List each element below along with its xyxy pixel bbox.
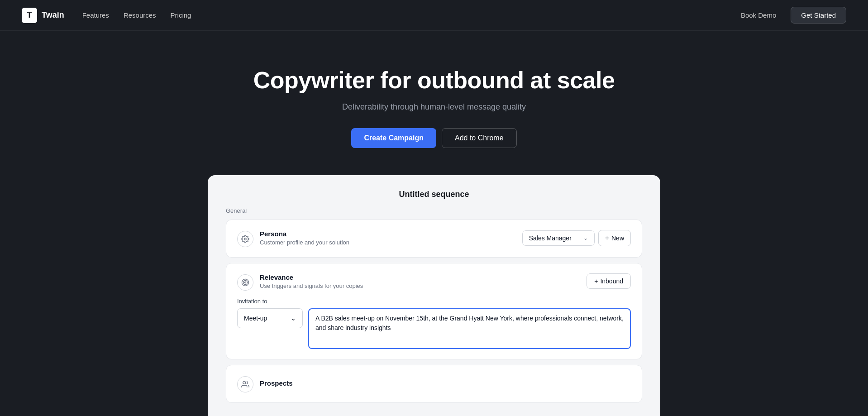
nav-pricing[interactable]: Pricing <box>171 11 191 19</box>
get-started-button[interactable]: Get Started <box>791 7 846 24</box>
invitation-row: Meet-up ⌄ A B2B sales meet-up on Novembe… <box>237 308 631 349</box>
gear-icon <box>241 235 249 243</box>
users-icon <box>241 380 249 388</box>
nav-links: Features Resources Pricing <box>82 11 191 19</box>
svg-point-0 <box>244 238 247 240</box>
persona-text-block: Persona Customer profile and your soluti… <box>260 230 349 246</box>
persona-card-header: Persona Customer profile and your soluti… <box>237 230 631 247</box>
persona-description: Customer profile and your solution <box>260 239 349 246</box>
prospects-title: Prospects <box>260 379 293 387</box>
plus-icon-relevance: + <box>594 277 598 285</box>
nav-features[interactable]: Features <box>82 11 109 19</box>
persona-dropdown-value: Sales Manager <box>529 234 572 242</box>
prospects-text-block: Prospects <box>260 379 293 388</box>
navbar: T Twain Features Resources Pricing Book … <box>0 0 868 31</box>
meetup-dropdown[interactable]: Meet-up ⌄ <box>237 308 303 328</box>
relevance-title: Relevance <box>260 273 363 281</box>
general-label: General <box>226 207 642 214</box>
nav-resources[interactable]: Resources <box>124 11 156 19</box>
create-campaign-button[interactable]: Create Campaign <box>351 128 436 148</box>
panel-wrapper: Untitled sequence General Persona Custom… <box>0 175 868 416</box>
relevance-description: Use triggers and signals for your copies <box>260 282 363 289</box>
prospects-card: Prospects <box>226 365 642 403</box>
relevance-icon <box>237 274 253 291</box>
svg-point-1 <box>242 279 249 286</box>
persona-card: Persona Customer profile and your soluti… <box>226 220 642 258</box>
svg-point-3 <box>245 282 246 283</box>
new-label: New <box>611 234 624 242</box>
relevance-card-icon-title: Relevance Use triggers and signals for y… <box>237 273 363 291</box>
panel-title: Untitled sequence <box>226 190 642 199</box>
relevance-text-block: Relevance Use triggers and signals for y… <box>260 273 363 289</box>
persona-actions: Sales Manager ⌄ + New <box>522 230 631 246</box>
hero-buttons: Create Campaign Add to Chrome <box>351 128 516 148</box>
svg-point-2 <box>243 280 248 284</box>
hero-subtitle: Deliverability through human-level messa… <box>342 102 526 112</box>
chevron-down-icon-meetup: ⌄ <box>291 315 296 322</box>
persona-icon <box>237 231 253 247</box>
meetup-value: Meet-up <box>244 315 267 322</box>
logo[interactable]: T Twain <box>22 8 64 23</box>
inbound-label: Inbound <box>600 277 623 285</box>
svg-point-4 <box>243 381 246 384</box>
chevron-down-icon: ⌄ <box>583 235 588 241</box>
nav-right: Book Demo Get Started <box>734 7 846 24</box>
book-demo-button[interactable]: Book Demo <box>734 8 783 23</box>
relevance-card: Relevance Use triggers and signals for y… <box>226 263 642 359</box>
invitation-label: Invitation to <box>237 298 631 305</box>
persona-dropdown[interactable]: Sales Manager ⌄ <box>522 230 595 246</box>
hero-section: Copywriter for outbound at scale Deliver… <box>0 31 868 175</box>
target-icon <box>241 278 249 287</box>
sequence-panel: Untitled sequence General Persona Custom… <box>208 175 660 416</box>
logo-icon: T <box>22 8 37 23</box>
nav-left: T Twain Features Resources Pricing <box>22 8 191 23</box>
prospects-icon <box>237 376 253 392</box>
invitation-textarea[interactable]: A B2B sales meet-up on November 15th, at… <box>308 308 631 349</box>
inbound-button[interactable]: + Inbound <box>587 273 631 289</box>
persona-card-icon-title: Persona Customer profile and your soluti… <box>237 230 349 247</box>
new-persona-button[interactable]: + New <box>598 230 631 246</box>
add-to-chrome-button[interactable]: Add to Chrome <box>442 128 517 148</box>
invitation-section: Invitation to Meet-up ⌄ A B2B sales meet… <box>237 298 631 349</box>
persona-title: Persona <box>260 230 349 238</box>
logo-name: Twain <box>42 10 64 20</box>
relevance-card-header: Relevance Use triggers and signals for y… <box>237 273 631 291</box>
plus-icon: + <box>605 234 609 242</box>
relevance-actions: + Inbound <box>587 273 631 289</box>
hero-title: Copywriter for outbound at scale <box>253 67 615 94</box>
prospects-header: Prospects <box>237 375 631 392</box>
